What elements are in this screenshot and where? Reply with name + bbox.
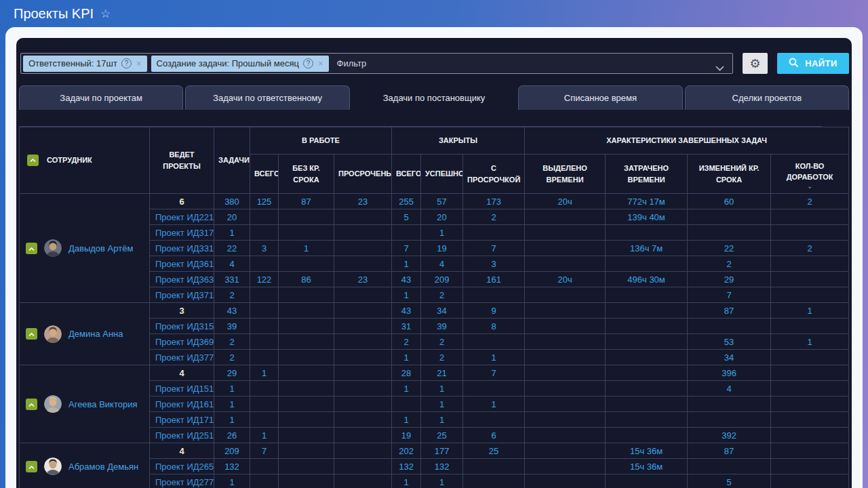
cell-value: 496ч 30м bbox=[606, 272, 688, 287]
column-header-completed-stats-2[interactable]: ИЗМЕНЕНИЙ КР. СРОКА bbox=[688, 155, 771, 194]
project-link[interactable]: Проект ИД251 bbox=[150, 428, 214, 443]
cell-value: 2 bbox=[421, 287, 463, 303]
collapse-group-button[interactable] bbox=[26, 243, 37, 254]
cell-value bbox=[334, 209, 392, 225]
chevron-up-icon bbox=[28, 243, 35, 253]
tab-tasks-by-project[interactable]: Задачи по проектам bbox=[19, 85, 183, 110]
cell-value bbox=[606, 225, 688, 241]
employee-name[interactable]: Давыдов Артём bbox=[68, 243, 133, 253]
cell-value bbox=[771, 209, 849, 225]
tab-project-deals[interactable]: Сделки проектов bbox=[685, 85, 849, 110]
cell-value: 31 bbox=[392, 319, 421, 334]
cell-value bbox=[334, 256, 392, 272]
tab-logged-time[interactable]: Списанное время bbox=[518, 85, 682, 110]
employee-cell: Абрамов Демьян bbox=[20, 443, 150, 488]
collapse-group-button[interactable] bbox=[26, 399, 37, 410]
cell-value: 1 bbox=[421, 396, 463, 412]
cell-value bbox=[463, 287, 525, 303]
favorite-star-icon[interactable]: ☆ bbox=[100, 7, 111, 21]
employee-name[interactable]: Агеева Виктория bbox=[68, 399, 138, 409]
cell-value bbox=[250, 412, 279, 428]
cell-value bbox=[279, 350, 334, 365]
cell-value: 209 bbox=[421, 272, 463, 287]
cell-value: 331 bbox=[214, 272, 250, 287]
cell-value: 255 bbox=[392, 194, 421, 209]
project-link[interactable]: Проект ИД315 bbox=[150, 319, 214, 334]
column-header-closed-2[interactable]: С ПРОСРОЧКОЙ bbox=[463, 155, 525, 194]
cell-value: 1 bbox=[421, 381, 463, 396]
employee-name[interactable]: Демина Анна bbox=[68, 329, 123, 339]
project-link[interactable]: Проект ИД277 bbox=[150, 474, 214, 488]
cell-value bbox=[279, 256, 334, 272]
cell-value bbox=[279, 412, 334, 428]
cell-value: 2 bbox=[214, 334, 250, 350]
filter-chip-responsible[interactable]: Ответственный: 17шт?× bbox=[23, 56, 147, 72]
collapse-all-button[interactable] bbox=[27, 155, 39, 166]
cell-value bbox=[525, 428, 606, 443]
tab-tasks-by-author[interactable]: Задачи по постановщику bbox=[352, 85, 516, 110]
filter-chip-task-created[interactable]: Создание задачи: Прошлый месяц?× bbox=[151, 56, 329, 72]
cell-value bbox=[334, 287, 392, 303]
column-header-tasks[interactable]: ЗАДАЧИ bbox=[214, 127, 250, 194]
cell-value bbox=[250, 287, 279, 303]
filter-input[interactable]: Ответственный: 17шт?×Создание задачи: Пр… bbox=[20, 53, 733, 74]
chip-remove-icon[interactable]: × bbox=[318, 58, 323, 68]
cell-value: 1 bbox=[421, 225, 463, 241]
cell-value bbox=[334, 319, 392, 334]
collapse-group-button[interactable] bbox=[26, 328, 37, 340]
cell-value bbox=[525, 256, 606, 272]
cell-value bbox=[250, 396, 279, 412]
column-header-closed-1[interactable]: УСПЕШНО bbox=[421, 155, 463, 194]
content-card: Ответственный: 17шт?×Создание задачи: Пр… bbox=[5, 27, 863, 488]
avatar bbox=[44, 325, 62, 343]
cell-value bbox=[688, 412, 771, 428]
cell-value bbox=[688, 396, 771, 412]
cell-value: 139ч 40м bbox=[606, 209, 688, 225]
column-header-completed-stats-3[interactable]: КОЛ-ВО ДОРАБОТОК⌄ bbox=[771, 155, 849, 194]
chip-help-icon[interactable]: ? bbox=[303, 58, 313, 68]
cell-value bbox=[279, 381, 334, 396]
project-link[interactable]: Проект ИД331 bbox=[150, 241, 214, 256]
chip-help-icon[interactable]: ? bbox=[121, 58, 132, 68]
column-header-completed-stats-1[interactable]: ЗАТРАЧЕНО ВРЕМЕНИ bbox=[606, 155, 688, 194]
cell-value: 3 bbox=[463, 256, 525, 272]
column-header-leads-projects[interactable]: ВЕДЕТ ПРОЕКТЫ bbox=[150, 127, 214, 194]
cell-value: 7 bbox=[250, 443, 279, 459]
cell-value bbox=[334, 428, 392, 443]
cell-value bbox=[606, 334, 688, 350]
search-button[interactable]: НАЙТИ bbox=[777, 53, 849, 74]
project-link[interactable]: Проект ИД317 bbox=[150, 225, 214, 241]
cell-value: 2 bbox=[463, 209, 525, 225]
cell-value bbox=[334, 474, 392, 488]
tab-tasks-by-assignee[interactable]: Задачи по ответственному bbox=[185, 85, 349, 110]
filter-chip-label: Создание задачи: Прошлый месяц bbox=[157, 58, 299, 68]
column-header-in-progress-2[interactable]: ПРОСРОЧЕНЫ bbox=[334, 155, 392, 194]
project-link[interactable]: Проект ИД369 bbox=[150, 334, 214, 350]
chevron-up-icon bbox=[28, 399, 35, 409]
project-link[interactable]: Проект ИД151 bbox=[150, 381, 214, 396]
project-link[interactable]: Проект ИД171 bbox=[150, 412, 214, 428]
filter-settings-button[interactable]: ⚙ bbox=[743, 53, 768, 74]
cell-value: 7 bbox=[688, 287, 771, 303]
project-link[interactable]: Проект ИД377 bbox=[150, 350, 214, 365]
column-header-label: ИЗМЕНЕНИЙ КР. СРОКА bbox=[699, 164, 760, 184]
project-link[interactable]: Проект ИД371 bbox=[150, 287, 214, 303]
column-header-completed-stats-0[interactable]: ВЫДЕЛЕНО ВРЕМЕНИ bbox=[525, 155, 606, 194]
cell-value bbox=[525, 381, 606, 396]
chip-remove-icon[interactable]: × bbox=[136, 58, 142, 68]
cell-value: 2 bbox=[214, 287, 250, 303]
project-link[interactable]: Проект ИД363 bbox=[150, 272, 214, 287]
column-header-in-progress-0[interactable]: ВСЕГО bbox=[250, 155, 279, 194]
project-link[interactable]: Проект ИД265 bbox=[150, 459, 214, 474]
cell-value: 19 bbox=[392, 428, 421, 443]
cell-value: 87 bbox=[688, 443, 771, 459]
employee-name[interactable]: Абрамов Демьян bbox=[68, 462, 138, 472]
project-link[interactable]: Проект ИД161 bbox=[150, 396, 214, 412]
collapse-group-button[interactable] bbox=[26, 461, 37, 472]
column-header-in-progress-1[interactable]: БЕЗ КР. СРОКА bbox=[279, 155, 334, 194]
project-link[interactable]: Проект ИД221 bbox=[150, 209, 214, 225]
column-header-closed-0[interactable]: ВСЕГО bbox=[392, 155, 421, 194]
top-header-bar: Проекты KPI ☆ bbox=[0, 0, 868, 27]
project-link[interactable]: Проект ИД361 bbox=[150, 256, 214, 272]
filter-dropdown-chevron-icon[interactable] bbox=[715, 62, 724, 74]
